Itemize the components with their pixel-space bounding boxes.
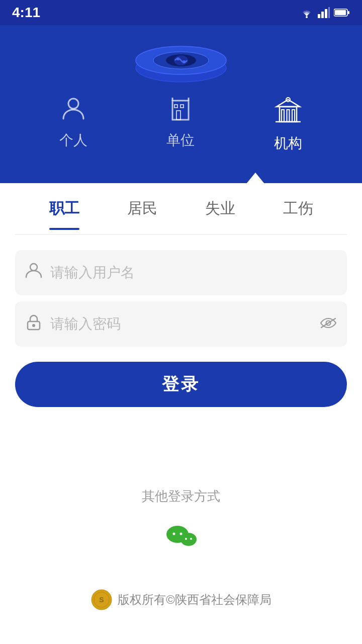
tab-person[interactable]: 个人: [59, 96, 87, 153]
svg-point-30: [30, 264, 37, 271]
input-group: [15, 250, 347, 347]
svg-rect-2: [321, 12, 324, 18]
username-wrapper: [15, 250, 347, 295]
username-input[interactable]: [50, 265, 337, 281]
tab-org[interactable]: 机构: [274, 96, 303, 153]
svg-rect-4: [328, 7, 330, 18]
subtab-worker[interactable]: 职工: [49, 198, 79, 224]
svg-point-37: [180, 533, 197, 546]
tab-org-label: 机构: [274, 134, 302, 153]
svg-point-40: [185, 538, 187, 540]
status-bar: 4:11: [0, 0, 362, 25]
sub-tabs: 职工 居民 失业 工伤: [15, 183, 347, 235]
svg-point-16: [183, 60, 186, 63]
status-icons: [300, 7, 350, 18]
svg-point-0: [306, 16, 308, 18]
password-wrapper: [15, 301, 347, 347]
subtab-injury[interactable]: 工伤: [283, 198, 313, 224]
header-area: 个人 单位: [0, 25, 362, 183]
svg-point-15: [176, 57, 179, 60]
person-icon: [60, 96, 86, 126]
password-input[interactable]: [50, 316, 320, 332]
tab-unit[interactable]: 单位: [166, 96, 195, 153]
svg-rect-6: [348, 11, 349, 14]
other-login-label: 其他登录方式: [142, 488, 220, 505]
svg-rect-24: [280, 107, 297, 122]
svg-rect-26: [287, 110, 289, 122]
user-icon: [25, 262, 42, 283]
other-login-section: 其他登录方式: [15, 488, 347, 559]
svg-point-38: [173, 533, 175, 535]
app-logo: [131, 35, 231, 86]
footer-text: 版权所有©陕西省社会保障局: [118, 592, 272, 608]
status-time: 4:11: [12, 5, 40, 21]
user-type-tabs: 个人 单位: [0, 96, 362, 153]
tab-unit-label: 单位: [166, 131, 195, 150]
card-area: 职工 居民 失业 工伤: [0, 183, 362, 580]
svg-rect-1: [318, 14, 320, 18]
building-icon: [167, 96, 194, 126]
wifi-icon: [300, 7, 314, 18]
toggle-password-icon[interactable]: [320, 315, 337, 333]
svg-point-32: [32, 324, 35, 327]
svg-point-39: [180, 533, 183, 535]
main-content: 职工 居民 失业 工伤: [0, 183, 362, 636]
tab-person-label: 个人: [59, 131, 87, 150]
svg-point-17: [68, 99, 78, 109]
subtab-unemployed[interactable]: 失业: [205, 198, 235, 224]
footer-logo-icon: S: [90, 589, 113, 611]
svg-point-41: [190, 538, 192, 540]
wechat-login-button[interactable]: [161, 517, 201, 559]
login-button[interactable]: 登录: [15, 362, 347, 407]
footer: S 版权所有©陕西省社会保障局: [0, 589, 362, 611]
svg-rect-19: [176, 111, 180, 120]
svg-rect-20: [174, 105, 177, 108]
svg-rect-3: [325, 9, 327, 18]
svg-text:S: S: [99, 596, 104, 604]
svg-rect-27: [292, 110, 295, 122]
battery-icon: [334, 8, 350, 17]
svg-rect-21: [180, 105, 184, 108]
svg-rect-25: [282, 110, 284, 122]
signal-icon: [318, 7, 330, 18]
institution-icon: [274, 96, 303, 129]
svg-rect-7: [335, 10, 346, 15]
lock-icon: [25, 313, 42, 335]
subtab-resident[interactable]: 居民: [127, 198, 157, 224]
